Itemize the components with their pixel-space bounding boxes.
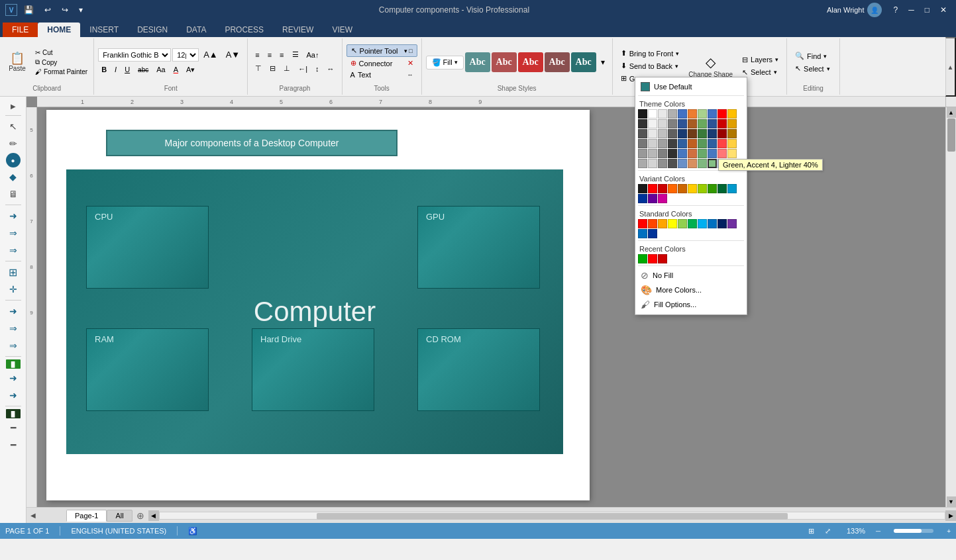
theme-color-34[interactable]: [668, 139, 677, 148]
theme-color-8[interactable]: [708, 109, 717, 118]
scroll-up-button[interactable]: ▲: [947, 107, 956, 118]
connector-tool-button[interactable]: ⊕ Connector ✕: [346, 58, 417, 69]
std-color-7[interactable]: [698, 219, 707, 228]
find-button[interactable]: 🔍 Find ▾: [791, 50, 835, 62]
select-button[interactable]: ↖ Select ▾: [738, 67, 782, 78]
increase-font-button[interactable]: A▲: [200, 48, 221, 61]
std-color-8[interactable]: [708, 219, 717, 228]
diagram-title[interactable]: Major components of a Desktop Computer: [106, 130, 398, 156]
page-add-button[interactable]: ⊕: [133, 509, 148, 522]
format-painter-button[interactable]: 🖌 Format Painter: [33, 68, 89, 76]
tab-view[interactable]: VIEW: [323, 23, 362, 37]
theme-color-9[interactable]: [717, 109, 727, 118]
theme-color-2[interactable]: [648, 109, 657, 118]
copy-button[interactable]: ⧉ Copy: [33, 58, 89, 67]
std-color-5[interactable]: [678, 219, 687, 228]
paste-button[interactable]: 📋 Paste: [4, 51, 30, 73]
tab-file[interactable]: FILE: [3, 23, 38, 37]
variant-color-1[interactable]: [638, 184, 647, 193]
theme-color-29[interactable]: [717, 129, 727, 138]
variant-color-11[interactable]: [638, 194, 647, 203]
align-top-button[interactable]: ⊤: [252, 63, 265, 74]
pointer-tool-button[interactable]: ↖ Pointer Tool ▾ □: [346, 44, 417, 57]
theme-color-47[interactable]: [698, 149, 707, 158]
theme-color-12[interactable]: [648, 119, 657, 128]
std-color-3[interactable]: [658, 219, 667, 228]
shape-styles-more-button[interactable]: ▾: [598, 56, 608, 68]
theme-color-10[interactable]: [727, 109, 737, 118]
theme-color-17[interactable]: [698, 119, 707, 128]
sidebar-tool-monitor[interactable]: 🖥: [3, 186, 23, 202]
more-colors-button[interactable]: 🎨 More Colors...: [638, 283, 744, 297]
maximize-button[interactable]: □: [921, 4, 933, 16]
scroll-thumb-v[interactable]: [947, 118, 955, 152]
shape-style-1[interactable]: Abc: [465, 52, 490, 72]
page-canvas[interactable]: Major components of a Desktop Computer C…: [46, 110, 590, 500]
align-center-button[interactable]: ≡: [264, 50, 275, 60]
highlight-button[interactable]: A▾: [183, 64, 198, 75]
theme-color-31[interactable]: [638, 139, 647, 148]
scroll-right-button[interactable]: ▶: [945, 510, 956, 521]
shape-style-2[interactable]: Abc: [492, 52, 517, 72]
theme-color-49[interactable]: [717, 149, 727, 158]
theme-color-20[interactable]: [727, 119, 737, 128]
text-tool-button[interactable]: A Text ↔: [346, 70, 417, 80]
theme-color-7[interactable]: [698, 109, 707, 118]
use-default-button[interactable]: Use Default: [638, 80, 744, 93]
variant-color-7[interactable]: [698, 184, 707, 193]
component-cdrom[interactable]: CD ROM: [417, 328, 540, 411]
theme-color-30[interactable]: [727, 129, 737, 138]
align-middle-button[interactable]: ⊟: [266, 63, 279, 74]
zoom-in-button[interactable]: +: [947, 528, 951, 535]
tab-process[interactable]: PROCESS: [215, 23, 273, 37]
theme-color-28[interactable]: [708, 129, 717, 138]
strikethrough-button[interactable]: abc: [134, 65, 152, 75]
std-color-10[interactable]: [727, 219, 737, 228]
variant-color-6[interactable]: [688, 184, 697, 193]
sidebar-tool-arrow6[interactable]: ⇒: [3, 338, 23, 353]
font-case-button[interactable]: Aa: [153, 64, 168, 75]
theme-color-41[interactable]: [638, 149, 647, 158]
select-editing-button[interactable]: ↖ Select ▾: [791, 63, 835, 74]
theme-color-56[interactable]: [688, 159, 697, 168]
decrease-indent-button[interactable]: ←|: [295, 64, 311, 74]
variant-color-3[interactable]: [658, 184, 667, 193]
italic-button[interactable]: I: [111, 64, 120, 75]
theme-color-27[interactable]: [698, 129, 707, 138]
sidebar-expand-arrow[interactable]: ▶: [7, 99, 20, 113]
scroll-down-button[interactable]: ▼: [947, 496, 956, 507]
theme-color-48[interactable]: [708, 149, 717, 158]
theme-color-32[interactable]: [648, 139, 657, 148]
theme-color-43[interactable]: [658, 149, 667, 158]
theme-color-39[interactable]: [717, 139, 727, 148]
sidebar-tool-pencil[interactable]: ✏: [3, 136, 23, 152]
sidebar-tool-rect-dark[interactable]: █: [6, 409, 21, 418]
tab-review[interactable]: REVIEW: [273, 23, 323, 37]
align-bottom-button[interactable]: ⊥: [280, 63, 293, 74]
increase-indent-button[interactable]: Aa↑: [303, 50, 323, 60]
theme-color-25[interactable]: [678, 129, 687, 138]
sidebar-tool-arrow5[interactable]: ⇒: [3, 320, 23, 336]
tab-design[interactable]: DESIGN: [128, 23, 177, 37]
sidebar-tool-cross[interactable]: ✛: [3, 281, 23, 297]
variant-color-13[interactable]: [658, 194, 667, 203]
send-to-back-button[interactable]: ⬇ Send to Back ▾: [617, 60, 684, 71]
std-color-9[interactable]: [717, 219, 727, 228]
sidebar-tool-circle[interactable]: ●: [6, 153, 21, 167]
theme-color-35[interactable]: [678, 139, 687, 148]
shape-style-3[interactable]: Abc: [518, 52, 543, 72]
align-left-button[interactable]: ≡: [252, 50, 262, 60]
tab-home[interactable]: HOME: [38, 23, 80, 37]
theme-color-5[interactable]: [678, 109, 687, 118]
theme-color-1[interactable]: [638, 109, 647, 118]
theme-color-54[interactable]: [668, 159, 677, 168]
theme-color-4[interactable]: [668, 109, 677, 118]
std-color-11[interactable]: [638, 229, 647, 238]
theme-color-24[interactable]: [668, 129, 677, 138]
theme-color-52[interactable]: [648, 159, 657, 168]
close-button[interactable]: ✕: [936, 4, 951, 16]
font-color-button[interactable]: A: [170, 64, 182, 75]
theme-color-3[interactable]: [658, 109, 667, 118]
theme-color-40[interactable]: [727, 139, 737, 148]
text-direction-button[interactable]: ↔: [324, 64, 338, 74]
